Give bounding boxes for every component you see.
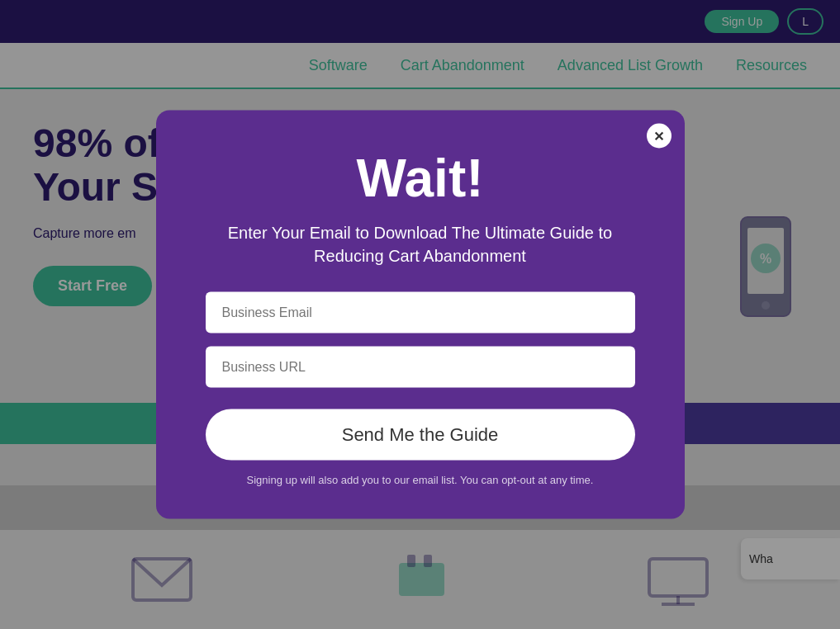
modal-subtitle: Enter Your Email to Download The Ultimat… [206, 221, 635, 267]
send-guide-button[interactable]: Send Me the Guide [206, 409, 635, 461]
modal-title: Wait! [206, 152, 635, 205]
email-input[interactable] [206, 292, 635, 333]
modal-close-button[interactable]: ✕ [647, 124, 672, 149]
modal-dialog: ✕ Wait! Enter Your Email to Download The… [156, 111, 685, 519]
modal-disclaimer: Signing up will also add you to our emai… [206, 474, 635, 486]
url-input[interactable] [206, 347, 635, 388]
